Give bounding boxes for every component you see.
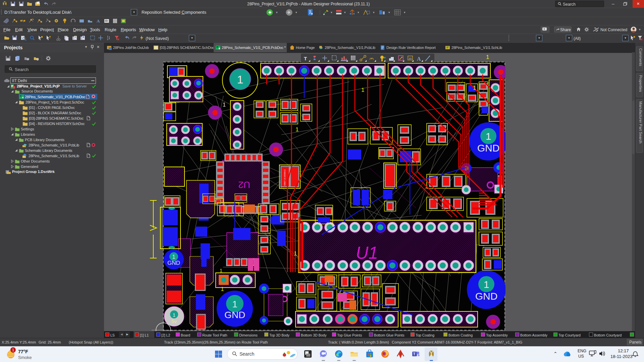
svg-text:+: + xyxy=(543,27,545,31)
svg-text:A: A xyxy=(417,56,421,62)
svg-text:1: 1 xyxy=(294,250,297,257)
svg-text:1: 1 xyxy=(223,102,226,108)
svg-text:1: 1 xyxy=(486,131,491,142)
svg-text:GND: GND xyxy=(224,310,245,320)
svg-text:10: 10 xyxy=(409,57,412,60)
svg-text:GND: GND xyxy=(477,142,500,154)
svg-text:1: 1 xyxy=(221,286,224,292)
svg-text:1: 1 xyxy=(486,54,489,60)
svg-text:1: 1 xyxy=(296,126,299,133)
svg-text:5v: 5v xyxy=(171,318,177,324)
svg-text:1: 1 xyxy=(173,312,175,318)
svg-text:1: 1 xyxy=(473,85,476,91)
svg-text:ABM7-16.000MHZ: ABM7-16.000MHZ xyxy=(284,169,286,186)
svg-text:1: 1 xyxy=(361,87,364,93)
svg-text:T: T xyxy=(304,56,307,61)
svg-text:U1: U1 xyxy=(356,243,378,262)
svg-text:U2: U2 xyxy=(238,180,250,190)
svg-text:GND: GND xyxy=(475,291,498,302)
svg-text:1: 1 xyxy=(484,279,489,290)
svg-text:1: 1 xyxy=(232,299,237,309)
svg-text:GND: GND xyxy=(167,260,180,266)
svg-text:T: T xyxy=(413,352,415,356)
svg-text:A: A xyxy=(97,18,100,23)
svg-text:1: 1 xyxy=(220,268,222,273)
svg-text:1: 1 xyxy=(12,348,14,352)
svg-text:1: 1 xyxy=(237,73,244,86)
svg-text:1: 1 xyxy=(172,254,175,260)
